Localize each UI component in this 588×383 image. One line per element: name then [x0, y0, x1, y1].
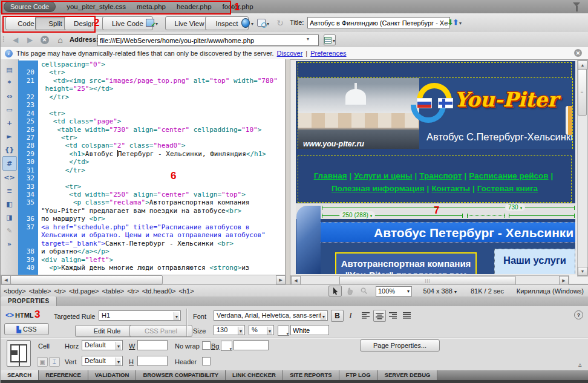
- align-justify-icon[interactable]: [401, 310, 413, 321]
- menu-link[interactable]: Главная: [314, 171, 347, 180]
- bold-button[interactable]: B: [331, 310, 344, 322]
- collapse-selection-icon[interactable]: ▭: [3, 103, 16, 116]
- code-line[interactable]: 29 <h1>Автобус Петербург - Хельсинки, Фи…: [18, 150, 285, 158]
- code-line[interactable]: 27 <tr>: [18, 134, 285, 142]
- select-tool-icon[interactable]: [328, 286, 342, 296]
- collapse-panel-icon[interactable]: ▵: [578, 361, 582, 368]
- discover-link[interactable]: Discover: [277, 50, 303, 57]
- magnification-dropdown[interactable]: 100%▾: [376, 286, 412, 296]
- tag-selector-item[interactable]: <table>: [102, 287, 125, 295]
- line-numbers-icon[interactable]: #: [2, 156, 17, 171]
- site-h1-heading[interactable]: Автобус Петербург - Хельсинки: [321, 222, 575, 242]
- preferences-link[interactable]: Preferences: [310, 50, 346, 57]
- results-tab-reference[interactable]: REFERENCE: [39, 370, 88, 380]
- no-wrap-checkbox[interactable]: [202, 341, 211, 350]
- toolbar-grip[interactable]: ⁞: [2, 16, 3, 25]
- code-view-pane[interactable]: ▤*⇔▭+►{}#<>≡◧◨✎» cellspacing="0">20 <tr>…: [1, 59, 286, 284]
- menu-link[interactable]: Контакты: [431, 184, 470, 193]
- zoom-tool-icon[interactable]: [358, 286, 371, 296]
- forward-icon[interactable]: ▶: [25, 34, 35, 45]
- refresh-design-view-icon[interactable]: ↻: [274, 18, 286, 28]
- related-file-tab[interactable]: header.php: [177, 3, 212, 10]
- hand-tool-icon[interactable]: [343, 286, 356, 296]
- address-input[interactable]: [97, 34, 319, 46]
- bg-color-input[interactable]: [234, 340, 269, 350]
- code-line[interactable]: 24 <tr>: [18, 110, 285, 117]
- cell-width-input[interactable]: [137, 340, 168, 350]
- code-scroll-thumb[interactable]: [10, 275, 163, 284]
- text-color-swatch[interactable]: [278, 326, 289, 336]
- unit-dropdown[interactable]: %: [249, 325, 274, 335]
- check-browser-compatibility-icon[interactable]: ✓: [146, 18, 158, 28]
- vert-dropdown[interactable]: Default: [82, 356, 123, 366]
- remove-comment-icon[interactable]: ◨: [3, 211, 16, 224]
- format-source-code-icon[interactable]: »: [3, 237, 16, 250]
- home-icon[interactable]: ⌂: [55, 34, 65, 45]
- close-info-bar-icon[interactable]: ✕: [574, 49, 582, 57]
- address-dropdown-arrow[interactable]: ▾: [307, 36, 309, 42]
- show-code-navigator-icon[interactable]: *: [3, 76, 16, 90]
- code-line[interactable]: 40 <p>Каждый день многие люди отправляют…: [18, 264, 285, 272]
- collapse-full-tag-icon[interactable]: ⇔: [3, 90, 16, 103]
- column-width-line-right[interactable]: [509, 215, 575, 216]
- code-line[interactable]: Хельсинки и обратно. Цены и места отправ…: [18, 231, 285, 239]
- open-documents-icon[interactable]: ▤: [3, 63, 16, 76]
- scroll-left-icon[interactable]: ◀: [1, 275, 11, 284]
- tab-source-code[interactable]: Source Code: [4, 1, 56, 12]
- nav-grip[interactable]: ⁞: [2, 35, 3, 44]
- tag-selector-item[interactable]: <tr>: [54, 287, 66, 295]
- tag-selector-item[interactable]: <h1>: [179, 287, 194, 295]
- scroll-up-icon[interactable]: ▲: [578, 61, 587, 70]
- menu-link[interactable]: Полезная информация: [332, 184, 425, 193]
- tag-selector-item[interactable]: <td.page>: [69, 287, 99, 295]
- design-vscroll-thumb[interactable]: ≡: [578, 69, 587, 116]
- design-canvas[interactable]: You-Piter Автобус С.Петербург-Хельсинки …: [290, 60, 578, 275]
- results-tab-search[interactable]: SEARCH: [1, 370, 39, 380]
- wrap-tag-icon[interactable]: ✎: [3, 224, 16, 237]
- code-line[interactable]: 20 <tr>: [18, 68, 285, 76]
- horz-dropdown[interactable]: Default: [82, 340, 123, 350]
- related-file-tab[interactable]: meta.php: [137, 3, 166, 10]
- code-line[interactable]: "You-Piter" предлагает вам поездки на ав…: [18, 207, 285, 215]
- bg-color-swatch[interactable]: [221, 341, 232, 351]
- code-horizontal-scrollbar[interactable]: ◀ ▶: [1, 275, 286, 285]
- menu-link[interactable]: Расписание рейсов: [469, 171, 548, 180]
- code-line[interactable]: 34 <td width="250" align="center" valign…: [18, 191, 285, 198]
- split-cell-icon[interactable]: ⌶: [49, 357, 60, 367]
- results-tab-server-debug[interactable]: SERVER DEBUG: [378, 370, 438, 380]
- code-editor[interactable]: cellspacing="0">20 <tr>21 <td><img src="…: [18, 61, 285, 275]
- scroll-down-icon[interactable]: ▼: [578, 267, 587, 276]
- scroll-right-icon[interactable]: ▶: [276, 275, 286, 284]
- site-header-banner[interactable]: You-Piter Автобус С.Петербург-Хельсинки …: [298, 78, 573, 149]
- code-line[interactable]: 22 </tr>: [18, 93, 285, 101]
- code-line[interactable]: 21 <td><img src="images/page_top.png" al…: [18, 77, 285, 85]
- align-center-icon[interactable]: [373, 310, 386, 322]
- scroll-right-icon[interactable]: ▶: [559, 276, 569, 285]
- menu-link[interactable]: Гостевая книга: [477, 184, 538, 193]
- reclama-text-box[interactable]: Автотранспортная компания "You-Piter" пр…: [335, 252, 477, 274]
- code-line[interactable]: 23: [18, 101, 285, 109]
- code-line[interactable]: 33 <tr>: [18, 183, 285, 191]
- expand-all-icon[interactable]: +: [3, 116, 16, 129]
- file-management-icon[interactable]: ⬇⬆: [448, 17, 460, 27]
- services-box[interactable]: Наши услуги: [494, 249, 575, 274]
- document-title-input[interactable]: [307, 17, 450, 28]
- window-size-dropdown[interactable]: 504 x 388 ▾: [423, 287, 457, 295]
- filter-related-files-icon[interactable]: [573, 2, 580, 10]
- code-line[interactable]: height="25"></td>: [18, 85, 285, 93]
- code-line[interactable]: cellspacing="0">: [18, 61, 285, 68]
- code-line[interactable]: 32: [18, 174, 285, 182]
- code-line[interactable]: target="_blank">Санкт-Петербург - Хельси…: [18, 240, 285, 247]
- targeted-rule-dropdown[interactable]: H1: [99, 310, 181, 321]
- results-tab-link-checker[interactable]: LINK CHECKER: [226, 370, 283, 380]
- related-file-tab[interactable]: you_piter_style.css: [67, 3, 126, 10]
- design-vertical-scrollbar[interactable]: ▲ ≡ ▼: [577, 60, 588, 277]
- table-width-line-outer[interactable]: [322, 208, 575, 208]
- results-tab-validation[interactable]: VALIDATION: [88, 370, 137, 380]
- header-checkbox[interactable]: [202, 357, 211, 365]
- code-line[interactable]: 39<div align="left">: [18, 256, 285, 264]
- syntax-error-alerts-icon[interactable]: ≡: [3, 184, 16, 197]
- code-line[interactable]: 37<a href="schedule.php" title="Расписан…: [18, 223, 285, 231]
- font-dropdown[interactable]: Verdana, Arial, Helvetica, sans-serif: [214, 310, 328, 321]
- page-properties-button[interactable]: Page Properties...: [360, 339, 440, 352]
